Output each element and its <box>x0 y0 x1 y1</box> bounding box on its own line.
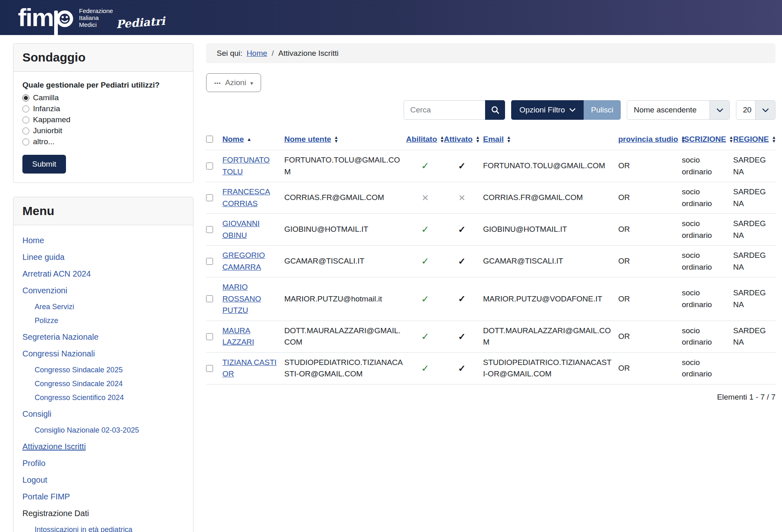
menu-item-link[interactable]: Area Servizi <box>35 303 74 311</box>
sidebar: Sondaggio Quale gestionale per Pediatri … <box>13 43 193 532</box>
menu-item-link[interactable]: Consigli <box>22 409 51 418</box>
column-header[interactable]: REGIONE ▲▼ <box>733 135 775 144</box>
menu-item: Linee guida <box>22 253 184 262</box>
opzioni-filtro-button[interactable]: Opzioni Filtro <box>511 100 584 120</box>
menu-item-link[interactable]: Intossicazioni in età pediatrica <box>35 525 132 532</box>
menu-item-link[interactable]: Segreteria Nazionale <box>22 332 99 341</box>
menu-item-link[interactable]: Home <box>22 236 44 245</box>
column-header[interactable]: Nome utente ▲▼ <box>284 135 410 144</box>
iscrizione-cell: socio ordinario <box>682 325 733 348</box>
username-cell: STUDIOPEDIATRICO.TIZIANACASTI-OR@GMAIL.C… <box>284 357 410 380</box>
column-header[interactable]: Nome ▲ <box>222 135 284 144</box>
check-icon: ✓ <box>421 224 429 235</box>
select-all-checkbox[interactable] <box>206 136 213 143</box>
menu-item-link[interactable]: Linee guida <box>22 253 64 262</box>
survey-submit-button[interactable]: Submit <box>22 155 66 174</box>
provincia-cell: OR <box>618 293 682 305</box>
menu-item-link[interactable]: Portale FIMP <box>22 492 70 501</box>
survey-radio[interactable] <box>22 106 29 112</box>
logo-subtitle: Federazione Italiana Medici Pediatri <box>79 7 165 28</box>
table-row: MAURA LAZZARI DOTT.MAURALAZZARI@GMAIL.CO… <box>206 321 775 353</box>
survey-radio[interactable] <box>22 117 29 123</box>
member-name-link[interactable]: TIZIANA CASTI OR <box>222 358 277 378</box>
survey-radio[interactable] <box>22 138 29 145</box>
survey-radio[interactable] <box>22 128 29 134</box>
row-checkbox[interactable] <box>206 295 213 302</box>
username-cell: GIOBINU@HOTMAIL.IT <box>284 224 410 235</box>
row-checkbox[interactable] <box>206 226 213 233</box>
column-header[interactable]: ISCRIZIONE ▲▼ <box>682 135 733 144</box>
column-header[interactable]: provincia studio ▲▼ <box>618 135 682 144</box>
search-input[interactable] <box>404 100 485 120</box>
table-body: FORTUNATO TOLU FORTUNATO.TOLU@GMAIL.COM … <box>206 150 775 385</box>
sort-icon: ▲▼ <box>772 136 776 143</box>
pulisci-button[interactable]: Pulisci <box>584 100 621 120</box>
table-row: GREGORIO CAMARRA GCAMAR@TISCALI.IT ✓ ✓ G… <box>206 246 775 277</box>
survey-option[interactable]: Camilla <box>22 93 184 102</box>
row-checkbox[interactable] <box>206 194 213 201</box>
menu-item-link[interactable]: Congresso Sindacale 2024 <box>35 380 123 388</box>
menu-item-link[interactable]: Consiglio Nazionale 02-03-2025 <box>35 426 139 434</box>
row-checkbox[interactable] <box>206 163 213 169</box>
sort-order-select[interactable]: Nome ascendente <box>627 100 730 120</box>
survey-option[interactable]: Infanzia <box>22 104 184 113</box>
abilitato-cell: ✓ <box>410 254 446 268</box>
email-cell: GCAMAR@TISCALI.IT <box>483 255 618 267</box>
column-header[interactable]: Attivato ▲▼ <box>446 135 483 144</box>
menu-item-link[interactable]: Congresso Scientifico 2024 <box>35 394 124 402</box>
sort-icon: ▲▼ <box>334 136 338 143</box>
survey-card: Sondaggio Quale gestionale per Pediatri … <box>13 43 193 183</box>
menu-item-link[interactable]: Polizze <box>35 317 58 325</box>
menu-title: Menu <box>13 197 193 225</box>
survey-radio[interactable] <box>22 95 29 101</box>
search-button[interactable] <box>485 100 505 120</box>
breadcrumb-home-link[interactable]: Home <box>246 49 267 58</box>
menu-item-link[interactable]: Arretrati ACN 2024 <box>22 269 91 278</box>
member-name-link[interactable]: MAURA LAZZARI <box>222 326 254 347</box>
row-checkbox[interactable] <box>206 333 213 340</box>
menu-item-link[interactable]: Logout <box>22 475 47 484</box>
username-cell: CORRIAS.FR@GMAIL.COM <box>284 192 410 204</box>
member-name-link[interactable]: MARIO ROSSANO PUTZU <box>222 283 261 314</box>
table-row: FRANCESCA CORRIAS CORRIAS.FR@GMAIL.COM ✕… <box>206 182 775 214</box>
main-content: Sei qui: Home / Attivazione Iscritti •••… <box>206 43 775 402</box>
row-checkbox[interactable] <box>206 258 213 265</box>
member-name-link[interactable]: GIOVANNI OBINU <box>222 219 260 240</box>
regione-cell: SARDEGNA <box>733 287 775 310</box>
provincia-cell: OR <box>618 255 682 267</box>
menu-item-link[interactable]: Congresso Sindacale 2025 <box>35 366 123 374</box>
column-header[interactable]: Abilitato ▲▼ <box>410 135 446 144</box>
member-name-link[interactable]: FORTUNATO TOLU <box>222 156 270 176</box>
menu-item-link[interactable]: Convenzioni <box>22 286 67 295</box>
iscrizione-cell: socio ordinario <box>682 154 733 178</box>
provincia-cell: OR <box>618 160 682 172</box>
menu-item: Congresso Sindacale 2025 <box>35 366 184 374</box>
logo-line-3: Medici <box>79 21 113 28</box>
abilitato-cell: ✓ <box>410 330 446 344</box>
member-name-link[interactable]: FRANCESCA CORRIAS <box>222 187 270 208</box>
menu-card: Menu Home Linee guida Arretrati ACN 2024… <box>13 197 193 532</box>
menu-item: Arretrati ACN 2024 <box>22 269 184 279</box>
survey-option[interactable]: Juniorbit <box>22 126 184 135</box>
member-name-link[interactable]: GREGORIO CAMARRA <box>222 251 265 271</box>
sort-icon: ▲▼ <box>507 136 511 143</box>
check-icon: ✓ <box>421 294 429 304</box>
fimp-logo[interactable]: fim Federazione Italiana Medici Pediatri <box>18 0 165 37</box>
provincia-cell: OR <box>618 224 682 235</box>
email-cell: FORTUNATO.TOLU@GMAIL.COM <box>483 160 618 172</box>
menu-item-link[interactable]: Profilo <box>22 459 46 468</box>
check-icon: ✓ <box>458 256 466 266</box>
menu-item: Attivazione Iscritti <box>22 442 184 451</box>
iscrizione-cell: socio ordinario <box>682 218 733 241</box>
check-icon: ✓ <box>421 331 429 342</box>
menu-item-link[interactable]: Attivazione Iscritti <box>22 442 86 451</box>
survey-option-label: Juniorbit <box>33 126 62 135</box>
survey-option[interactable]: altro... <box>22 137 184 146</box>
survey-option[interactable]: Kappamed <box>22 115 184 124</box>
column-header[interactable]: Email ▲▼ <box>483 135 618 144</box>
row-checkbox[interactable] <box>206 365 213 372</box>
menu-item-link[interactable]: Congressi Nazionali <box>22 349 95 358</box>
provincia-cell: OR <box>618 331 682 343</box>
page-size-select[interactable]: 20 <box>736 100 775 120</box>
azioni-button[interactable]: ••• Azioni ▾ <box>206 73 261 92</box>
